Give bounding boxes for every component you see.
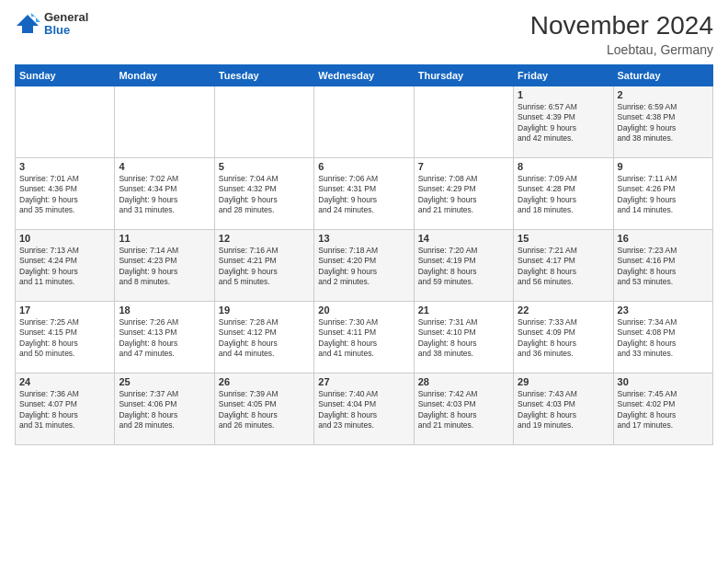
day-number: 14 <box>418 233 509 244</box>
table-row: 21Sunrise: 7:31 AMSunset: 4:10 PMDayligh… <box>414 302 513 373</box>
svg-marker-0 <box>17 15 39 33</box>
day-info: Sunrise: 7:34 AMSunset: 4:08 PMDaylight:… <box>618 317 709 360</box>
day-number: 28 <box>418 376 509 387</box>
day-number: 25 <box>119 376 210 387</box>
day-info: Sunrise: 7:14 AMSunset: 4:23 PMDaylight:… <box>119 246 210 288</box>
day-info: Sunrise: 7:36 AMSunset: 4:07 PMDaylight:… <box>19 389 110 431</box>
day-info: Sunrise: 6:59 AMSunset: 4:38 PMDaylight:… <box>618 102 709 144</box>
day-number: 10 <box>19 233 110 244</box>
day-info: Sunrise: 7:37 AMSunset: 4:06 PMDaylight:… <box>119 389 210 431</box>
calendar-week-0: 1Sunrise: 6:57 AMSunset: 4:39 PMDaylight… <box>16 86 713 158</box>
table-row: 22Sunrise: 7:33 AMSunset: 4:09 PMDayligh… <box>514 302 613 373</box>
table-row: 20Sunrise: 7:30 AMSunset: 4:11 PMDayligh… <box>314 302 414 373</box>
day-number: 18 <box>119 304 210 316</box>
day-number: 9 <box>618 161 709 172</box>
table-row: 10Sunrise: 7:13 AMSunset: 4:24 PMDayligh… <box>16 230 115 302</box>
calendar-header-wednesday: Wednesday <box>314 65 414 86</box>
day-number: 27 <box>318 376 409 387</box>
calendar-week-2: 10Sunrise: 7:13 AMSunset: 4:24 PMDayligh… <box>16 230 713 302</box>
table-row <box>16 86 115 158</box>
logo-blue: Blue <box>44 24 88 37</box>
day-info: Sunrise: 7:16 AMSunset: 4:21 PMDaylight:… <box>219 246 310 288</box>
day-info: Sunrise: 7:42 AMSunset: 4:03 PMDaylight:… <box>418 389 509 431</box>
day-info: Sunrise: 7:01 AMSunset: 4:36 PMDaylight:… <box>19 174 110 216</box>
day-number: 7 <box>418 161 509 172</box>
table-row: 4Sunrise: 7:02 AMSunset: 4:34 PMDaylight… <box>115 158 214 230</box>
day-info: Sunrise: 7:20 AMSunset: 4:19 PMDaylight:… <box>418 246 509 288</box>
table-row: 1Sunrise: 6:57 AMSunset: 4:39 PMDaylight… <box>514 86 613 158</box>
table-row: 15Sunrise: 7:21 AMSunset: 4:17 PMDayligh… <box>514 230 613 302</box>
day-number: 21 <box>418 304 509 316</box>
day-info: Sunrise: 7:43 AMSunset: 4:03 PMDaylight:… <box>518 389 609 431</box>
table-row <box>214 86 313 158</box>
table-row: 2Sunrise: 6:59 AMSunset: 4:38 PMDaylight… <box>613 86 712 158</box>
day-number: 24 <box>19 376 110 387</box>
logo-icon <box>15 13 40 35</box>
day-number: 5 <box>219 161 310 172</box>
day-number: 16 <box>618 233 709 244</box>
table-row: 6Sunrise: 7:06 AMSunset: 4:31 PMDaylight… <box>314 158 414 230</box>
title-section: November 2024 Loebtau, Germany <box>530 11 713 57</box>
table-row <box>314 86 414 158</box>
day-info: Sunrise: 7:33 AMSunset: 4:09 PMDaylight:… <box>518 317 609 360</box>
table-row: 30Sunrise: 7:45 AMSunset: 4:02 PMDayligh… <box>613 373 712 445</box>
day-info: Sunrise: 7:08 AMSunset: 4:29 PMDaylight:… <box>418 174 509 216</box>
logo-general: General <box>44 11 88 24</box>
day-number: 6 <box>318 161 409 172</box>
day-info: Sunrise: 7:02 AMSunset: 4:34 PMDaylight:… <box>119 174 210 216</box>
table-row: 9Sunrise: 7:11 AMSunset: 4:26 PMDaylight… <box>613 158 712 230</box>
day-info: Sunrise: 7:30 AMSunset: 4:11 PMDaylight:… <box>318 317 409 360</box>
table-row: 7Sunrise: 7:08 AMSunset: 4:29 PMDaylight… <box>414 158 513 230</box>
location: Loebtau, Germany <box>530 42 713 57</box>
day-info: Sunrise: 7:26 AMSunset: 4:13 PMDaylight:… <box>119 317 210 360</box>
table-row: 5Sunrise: 7:04 AMSunset: 4:32 PMDaylight… <box>214 158 313 230</box>
day-number: 30 <box>618 376 709 387</box>
day-info: Sunrise: 7:04 AMSunset: 4:32 PMDaylight:… <box>219 174 310 216</box>
day-info: Sunrise: 7:06 AMSunset: 4:31 PMDaylight:… <box>318 174 409 216</box>
table-row: 28Sunrise: 7:42 AMSunset: 4:03 PMDayligh… <box>414 373 513 445</box>
table-row: 29Sunrise: 7:43 AMSunset: 4:03 PMDayligh… <box>514 373 613 445</box>
calendar-header-sunday: Sunday <box>16 65 115 86</box>
table-row: 18Sunrise: 7:26 AMSunset: 4:13 PMDayligh… <box>115 302 214 373</box>
calendar-header-friday: Friday <box>514 65 613 86</box>
table-row: 27Sunrise: 7:40 AMSunset: 4:04 PMDayligh… <box>314 373 414 445</box>
day-info: Sunrise: 7:40 AMSunset: 4:04 PMDaylight:… <box>318 389 409 431</box>
day-number: 4 <box>119 161 210 172</box>
calendar-week-1: 3Sunrise: 7:01 AMSunset: 4:36 PMDaylight… <box>16 158 713 230</box>
day-info: Sunrise: 7:13 AMSunset: 4:24 PMDaylight:… <box>19 246 110 288</box>
day-info: Sunrise: 7:09 AMSunset: 4:28 PMDaylight:… <box>518 174 609 216</box>
table-row: 14Sunrise: 7:20 AMSunset: 4:19 PMDayligh… <box>414 230 513 302</box>
day-info: Sunrise: 7:11 AMSunset: 4:26 PMDaylight:… <box>618 174 709 216</box>
day-number: 29 <box>518 376 609 387</box>
day-number: 22 <box>518 304 609 316</box>
day-number: 12 <box>219 233 310 244</box>
page-header: General Blue November 2024 Loebtau, Germ… <box>0 0 728 64</box>
calendar-table: SundayMondayTuesdayWednesdayThursdayFrid… <box>15 64 713 445</box>
table-row: 25Sunrise: 7:37 AMSunset: 4:06 PMDayligh… <box>115 373 214 445</box>
table-row: 16Sunrise: 7:23 AMSunset: 4:16 PMDayligh… <box>613 230 712 302</box>
day-info: Sunrise: 7:25 AMSunset: 4:15 PMDaylight:… <box>19 317 110 360</box>
month-title: November 2024 <box>530 11 713 40</box>
table-row: 23Sunrise: 7:34 AMSunset: 4:08 PMDayligh… <box>613 302 712 373</box>
day-number: 1 <box>518 89 609 100</box>
table-row: 17Sunrise: 7:25 AMSunset: 4:15 PMDayligh… <box>16 302 115 373</box>
day-number: 17 <box>19 304 110 316</box>
calendar-week-4: 24Sunrise: 7:36 AMSunset: 4:07 PMDayligh… <box>16 373 713 445</box>
table-row: 11Sunrise: 7:14 AMSunset: 4:23 PMDayligh… <box>115 230 214 302</box>
day-info: Sunrise: 6:57 AMSunset: 4:39 PMDaylight:… <box>518 102 609 144</box>
day-number: 3 <box>19 161 110 172</box>
table-row: 13Sunrise: 7:18 AMSunset: 4:20 PMDayligh… <box>314 230 414 302</box>
table-row: 12Sunrise: 7:16 AMSunset: 4:21 PMDayligh… <box>214 230 313 302</box>
calendar-header-saturday: Saturday <box>613 65 712 86</box>
calendar-header-row: SundayMondayTuesdayWednesdayThursdayFrid… <box>16 65 713 86</box>
table-row: 26Sunrise: 7:39 AMSunset: 4:05 PMDayligh… <box>214 373 313 445</box>
day-info: Sunrise: 7:39 AMSunset: 4:05 PMDaylight:… <box>219 389 310 431</box>
day-number: 20 <box>318 304 409 316</box>
day-number: 2 <box>618 89 709 100</box>
logo-text: General Blue <box>44 11 88 38</box>
table-row: 3Sunrise: 7:01 AMSunset: 4:36 PMDaylight… <box>16 158 115 230</box>
calendar-week-3: 17Sunrise: 7:25 AMSunset: 4:15 PMDayligh… <box>16 302 713 373</box>
day-number: 8 <box>518 161 609 172</box>
calendar-header-monday: Monday <box>115 65 214 86</box>
day-number: 26 <box>219 376 310 387</box>
